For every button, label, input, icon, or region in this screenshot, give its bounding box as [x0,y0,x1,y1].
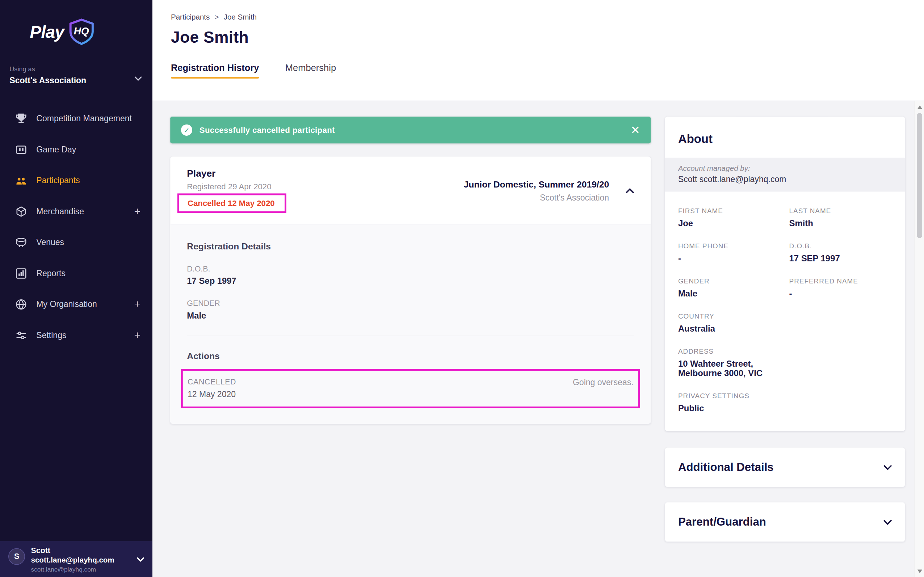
user-info: Scott scott.lane@playhq.com scott.lane@p… [31,546,114,573]
managed-by-value: Scott scott.lane@playhq.com [678,174,892,184]
field-value: Smith [789,218,892,228]
vertical-scrollbar[interactable] [914,102,924,577]
breadcrumb: Participants > Joe Smith [171,0,924,21]
user-name: Scott [31,546,114,555]
highlight-box-cancelled: Cancelled 12 May 2020 [177,193,286,213]
user-email-secondary: scott.lane@playhq.com [31,566,114,573]
field-value: 17 SEP 1997 [789,253,892,263]
bar-chart-icon [14,267,27,280]
user-account-menu[interactable]: S Scott scott.lane@playhq.com scott.lane… [0,541,152,577]
sidebar-item-participants[interactable]: Participants [0,165,152,196]
field-privacy-settings: PRIVACY SETTINGS Public [678,392,892,413]
action-left: CANCELLED 12 May 2020 [187,377,236,399]
action-date: 12 May 2020 [187,389,236,398]
sidebar-item-competition-management[interactable]: Competition Management [0,103,152,134]
page-title: Joe Smith [171,29,924,47]
close-icon[interactable]: ✕ [631,124,640,136]
scoreboard-icon [14,143,27,156]
sidebar-item-reports[interactable]: Reports [0,258,152,289]
player-card-body: Registration Details D.O.B. 17 Sep 1997 … [170,224,651,424]
gender-value: Male [187,311,634,320]
field-last-name: LAST NAME Smith [789,207,892,228]
sliders-icon [14,329,27,342]
field-country: COUNTRY Australia [678,313,892,334]
dob-value: 17 Sep 1997 [187,276,634,285]
registration-details-heading: Registration Details [187,241,634,251]
field-value: Australia [678,324,892,334]
field-home-phone: HOME PHONE - [678,242,781,263]
user-email: scott.lane@playhq.com [31,556,114,564]
avatar: S [8,548,25,565]
chevron-down-icon[interactable] [135,76,142,81]
field-dob: D.O.B. 17 SEP 1997 [789,242,892,263]
org-switcher[interactable]: Using as Scott's Association [0,51,152,97]
content-area: ✓ Successfully cancelled participant ✕ P… [152,102,924,577]
parent-guardian-panel[interactable]: Parent/Guardian [665,503,905,542]
chevron-up-icon[interactable] [626,188,634,193]
check-circle-icon: ✓ [181,124,192,136]
field-label: LAST NAME [789,207,892,214]
field-value: Joe [678,218,781,228]
gender-label: GENDER [187,299,634,308]
dob-label: D.O.B. [187,264,634,273]
success-toast: ✓ Successfully cancelled participant ✕ [170,116,651,143]
sidebar-nav: Competition Management Game Day Particip… [0,103,152,350]
page-header: Participants > Joe Smith Joe Smith Regis… [152,0,924,102]
breadcrumb-separator: > [214,13,219,21]
player-card-right: Junior Domestic, Summer 2019/20 Scott's … [463,179,609,202]
scrollbar-thumb[interactable] [917,113,922,238]
logo-hq-text: HQ [67,18,95,45]
sidebar-item-label: Reports [36,269,66,278]
about-title: About [665,116,905,158]
tab-bar: Registration History Membership [171,63,924,79]
tab-membership[interactable]: Membership [285,63,336,79]
chevron-down-icon[interactable] [137,557,144,562]
field-preferred-name: PREFERRED NAME - [789,277,892,298]
field-value: Male [678,289,781,298]
player-card-title: Player [187,168,286,179]
additional-details-panel[interactable]: Additional Details [665,448,905,487]
field-value: Public [678,404,892,413]
sidebar-item-game-day[interactable]: Game Day [0,134,152,165]
actions-heading: Actions [187,351,634,361]
tab-registration-history[interactable]: Registration History [171,63,259,79]
competition-name: Junior Domestic, Summer 2019/20 [463,179,609,189]
field-gender: GENDER Male [678,277,781,298]
action-reason: Going overseas. [573,377,634,399]
highlight-box-action-cancelled: CANCELLED 12 May 2020 Going overseas. [181,369,640,408]
field-first-name: FIRST NAME Joe [678,207,781,228]
sidebar-item-label: Game Day [36,145,76,154]
sidebar: Play HQ Using as Scott's Association [0,0,152,577]
divider [187,335,634,336]
breadcrumb-participants[interactable]: Participants [171,13,210,21]
main-column: ✓ Successfully cancelled participant ✕ P… [170,116,651,577]
app-root: Play HQ Using as Scott's Association [0,0,924,577]
sidebar-item-label: Merchandise [36,207,84,216]
breadcrumb-current: Joe Smith [224,13,257,21]
stadium-icon [14,236,27,249]
chevron-down-icon[interactable] [884,464,892,470]
scroll-up-arrow-icon[interactable] [918,105,922,109]
cancelled-date: Cancelled 12 May 2020 [187,199,275,208]
field-label: PREFERRED NAME [789,277,892,285]
sidebar-item-settings[interactable]: Settings + [0,320,152,351]
playhq-logo: Play HQ [0,0,152,51]
plus-icon[interactable]: + [134,329,140,341]
logo-play-text: Play [30,23,64,42]
sidebar-item-venues[interactable]: Venues [0,227,152,258]
scroll-down-arrow-icon[interactable] [918,570,922,574]
sidebar-item-merchandise[interactable]: Merchandise + [0,196,152,227]
field-value: 10 Wahteer Street, Melbourne 3000, VIC [678,359,892,378]
sidebar-item-my-organisation[interactable]: My Organisation + [0,289,152,320]
field-label: PRIVACY SETTINGS [678,392,892,400]
field-label: D.O.B. [789,242,892,250]
account-managed-band: Account managed by: Scott scott.lane@pla… [665,158,905,192]
association-name: Scott's Association [463,193,609,202]
plus-icon[interactable]: + [134,298,140,311]
plus-icon[interactable]: + [134,205,140,218]
field-label: COUNTRY [678,313,892,320]
field-value: - [678,253,781,263]
field-value: - [789,289,892,298]
field-label: ADDRESS [678,348,892,355]
chevron-down-icon[interactable] [884,519,892,525]
